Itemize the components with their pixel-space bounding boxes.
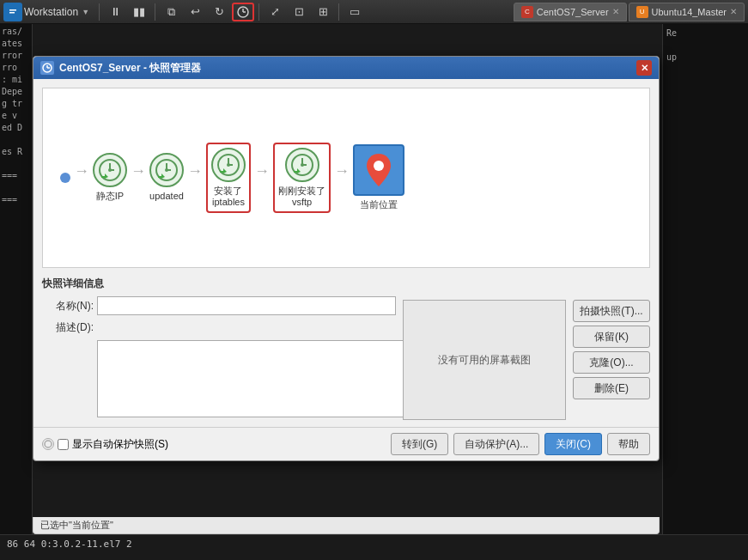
iptables-label: 安装了iptables xyxy=(212,186,245,208)
iptables-icon xyxy=(211,148,246,182)
dialog-titlebar: CentOS7_Server - 快照管理器 ✕ xyxy=(33,57,659,79)
details-left: 名称(N): 描述(D): xyxy=(42,296,396,420)
action-buttons: 拍摄快照(T)... 保留(K) 克隆(O)... 删除(E) xyxy=(573,296,650,420)
clone-btn[interactable]: 克隆(O)... xyxy=(573,351,650,374)
sep1 xyxy=(99,3,100,21)
brand-label: Workstation xyxy=(24,6,78,18)
sep4 xyxy=(338,3,339,21)
snapshot-node-staticip[interactable]: 静态IP xyxy=(93,153,127,202)
dialog-bottom-bar: 显示自动保护快照(S) 转到(G) 自动保护(A)... 关闭(C) 帮助 xyxy=(33,427,659,460)
screenshot-preview: 没有可用的屏幕截图 xyxy=(403,300,566,420)
tab-bar: C CentOS7_Server ✕ U Ubuntu14_Master ✕ xyxy=(514,3,745,21)
svg-point-18 xyxy=(165,168,168,172)
svg-point-33 xyxy=(374,161,384,171)
snapshot-btn[interactable] xyxy=(232,3,254,21)
dialog-close-button[interactable]: ✕ xyxy=(636,60,652,76)
goto-button[interactable]: 转到(G) xyxy=(391,433,448,455)
snapshot-node-dot[interactable] xyxy=(60,173,70,183)
svg-rect-1 xyxy=(9,9,16,11)
autoprotect-checkbox[interactable] xyxy=(58,439,69,450)
autoprotect-label: 显示自动保护快照(S) xyxy=(72,437,168,452)
bottom-terminal-text: 86 64 0:3.0.2-11.el7 2 xyxy=(7,539,132,550)
dialog-title: CentOS7_Server - 快照管理器 xyxy=(59,61,631,76)
svg-point-30 xyxy=(301,163,304,167)
desc-label: 描述(D): xyxy=(42,320,94,335)
autoprotect-button[interactable]: 自动保护(A)... xyxy=(453,433,539,455)
desc-textarea[interactable] xyxy=(97,340,451,417)
current-label: 当前位置 xyxy=(360,199,398,210)
tab-ubuntu[interactable]: U Ubuntu14_Master ✕ xyxy=(629,3,745,21)
name-input[interactable] xyxy=(97,296,396,315)
tab-centos[interactable]: C CentOS7_Server ✕ xyxy=(514,3,627,21)
name-field-row: 名称(N): xyxy=(42,296,396,315)
right-terminal: Reup xyxy=(662,24,748,560)
tab-centos-close[interactable]: ✕ xyxy=(612,7,619,16)
arrow5: → xyxy=(334,162,350,194)
svg-point-24 xyxy=(227,163,230,167)
arrow4: → xyxy=(254,162,270,194)
forward-btn[interactable]: ↻ xyxy=(208,3,230,21)
arrow1: → xyxy=(74,162,89,194)
taskbar: Workstation ▼ ⏸ ▮▮ ⧉ ↩ ↻ ⤢ ⊡ ⊞ ▭ C CentO… xyxy=(0,0,748,24)
sep2 xyxy=(155,3,155,21)
staticip-label: 静态IP xyxy=(96,191,124,202)
fullscreen-btn[interactable]: ⤢ xyxy=(264,3,286,21)
snapshot-flow-area: → 静态IP → xyxy=(42,88,650,268)
svg-rect-2 xyxy=(9,12,15,14)
details-title: 快照详细信息 xyxy=(42,277,650,291)
centos-icon: C xyxy=(521,6,533,18)
staticip-icon xyxy=(93,153,127,187)
snapshot-manager-dialog: CentOS7_Server - 快照管理器 ✕ → 静态IP xyxy=(33,56,660,461)
bottom-terminal: 86 64 0:3.0.2-11.el7 2 xyxy=(0,534,748,560)
pause-btn2[interactable]: ▮▮ xyxy=(128,3,150,21)
updated-label: updated xyxy=(149,191,184,202)
save-btn[interactable]: 保留(K) xyxy=(573,326,650,348)
vsftp-label: 刚刚安装了vsftp xyxy=(278,186,325,208)
sep3 xyxy=(258,3,259,21)
snapshot-node-iptables[interactable]: 安装了iptables xyxy=(206,143,251,213)
single-btn[interactable]: ▭ xyxy=(344,3,366,21)
tab-centos-label: CentOS7_Server xyxy=(537,7,609,17)
status-bar: 已选中"当前位置" xyxy=(33,517,660,534)
help-button[interactable]: 帮助 xyxy=(607,433,650,455)
capture-btn[interactable]: 拍摄快照(T)... xyxy=(573,300,650,322)
snapshot-node-current[interactable]: 当前位置 xyxy=(353,144,404,210)
svg-point-12 xyxy=(108,168,112,172)
svg-point-34 xyxy=(45,441,52,447)
dialog-icon xyxy=(40,61,54,75)
brand-dropdown[interactable]: ▼ xyxy=(82,8,89,16)
back-btn[interactable]: ↩ xyxy=(184,3,206,21)
desc-field-row: 描述(D): xyxy=(42,320,396,335)
pause-btn[interactable]: ⏸ xyxy=(104,3,126,21)
tab-ubuntu-close[interactable]: ✕ xyxy=(730,7,737,16)
details-body: 名称(N): 描述(D): 没有可用的屏幕截图 拍摄快照(T)... 保留(K)… xyxy=(42,296,650,420)
ubuntu-icon: U xyxy=(636,6,648,18)
tab-ubuntu-label: Ubuntu14_Master xyxy=(652,7,727,17)
vsftp-icon xyxy=(285,148,319,182)
arrow2: → xyxy=(131,162,146,194)
screenshot-placeholder-text: 没有可用的屏幕截图 xyxy=(438,353,531,368)
dot-indicator xyxy=(60,173,70,183)
view-btn[interactable]: ⊞ xyxy=(312,3,334,21)
autoprotect-row: 显示自动保护快照(S) xyxy=(42,437,168,452)
current-icon xyxy=(353,144,404,196)
left-terminal: ras/atesrrorrro: miDepeg tre ved Des R==… xyxy=(0,24,33,560)
radio-icon xyxy=(42,438,54,450)
delete-btn[interactable]: 删除(E) xyxy=(573,377,650,399)
details-section: 快照详细信息 名称(N): 描述(D): 没有可用的屏幕截图 拍摄快照(T)..… xyxy=(42,277,650,420)
app-logo xyxy=(3,3,22,21)
snapshot-node-vsftp[interactable]: 刚刚安装了vsftp xyxy=(273,143,331,213)
fit-btn[interactable]: ⊡ xyxy=(288,3,310,21)
updated-icon xyxy=(149,153,184,187)
name-label: 名称(N): xyxy=(42,299,94,313)
snapshot-node-updated[interactable]: updated xyxy=(149,153,184,202)
close-button[interactable]: 关闭(C) xyxy=(544,433,602,455)
status-text: 已选中"当前位置" xyxy=(40,519,113,532)
arrow3: → xyxy=(187,162,203,194)
window-btn[interactable]: ⧉ xyxy=(160,3,182,21)
